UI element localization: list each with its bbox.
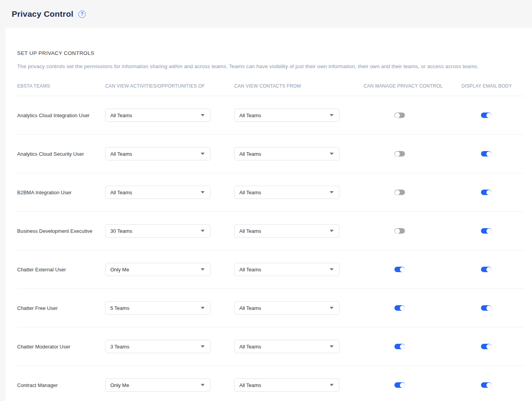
team-name: Analytics Cloud Security User bbox=[17, 151, 105, 157]
view-activities-select[interactable]: 30 Teams bbox=[105, 224, 210, 237]
view-activities-select[interactable]: All Teams bbox=[105, 147, 210, 160]
column-header-can-view-contacts: CAN VIEW CONTACTS FROM bbox=[234, 83, 364, 89]
chevron-down-icon bbox=[201, 153, 205, 155]
view-activities-selected-value: All Teams bbox=[110, 113, 132, 118]
view-contacts-select[interactable]: All Teams bbox=[234, 340, 339, 353]
column-header-display-email-body: DISPLAY EMAIL BODY bbox=[461, 83, 524, 89]
toggle-knob bbox=[395, 229, 400, 234]
view-contacts-select[interactable]: All Teams bbox=[234, 147, 339, 160]
view-activities-selected-value: Only Me bbox=[110, 267, 129, 273]
view-contacts-selected-value: All Teams bbox=[239, 151, 261, 157]
view-contacts-select[interactable]: All Teams bbox=[234, 378, 339, 392]
view-contacts-select[interactable]: All Teams bbox=[234, 263, 339, 276]
table-row: Analytics Cloud Security User All Teams … bbox=[17, 135, 524, 173]
privacy-controls-card: SET UP PRIVACY CONTROLS The privacy cont… bbox=[5, 28, 532, 401]
chevron-down-icon bbox=[330, 345, 334, 348]
display-email-body-toggle[interactable] bbox=[481, 151, 491, 157]
view-activities-selected-value: 30 Teams bbox=[110, 228, 132, 234]
manage-privacy-toggle[interactable] bbox=[394, 190, 405, 195]
table-row: Contract Manager Only Me All Teams bbox=[17, 366, 524, 401]
manage-privacy-toggle[interactable] bbox=[394, 305, 405, 311]
display-email-body-toggle[interactable] bbox=[481, 267, 491, 272]
view-activities-selected-value: All Teams bbox=[110, 151, 132, 157]
chevron-down-icon bbox=[201, 191, 205, 193]
view-activities-selected-value: All Teams bbox=[110, 190, 132, 195]
view-activities-select[interactable]: Only Me bbox=[105, 263, 210, 276]
display-email-body-toggle[interactable] bbox=[481, 305, 491, 311]
table-row: B2BMA Integration User All Teams All Tea… bbox=[17, 173, 524, 212]
toggle-knob bbox=[395, 190, 400, 195]
chevron-down-icon bbox=[201, 384, 205, 386]
view-contacts-selected-value: All Teams bbox=[239, 113, 261, 118]
team-name: Analytics Cloud Integration User bbox=[17, 113, 105, 118]
section-title: SET UP PRIVACY CONTROLS bbox=[17, 50, 524, 56]
chevron-down-icon bbox=[330, 230, 334, 232]
chevron-down-icon bbox=[330, 268, 334, 271]
view-activities-select[interactable]: 5 Teams bbox=[105, 301, 210, 315]
toggle-knob bbox=[486, 267, 491, 272]
view-activities-selected-value: 5 Teams bbox=[110, 305, 129, 311]
view-activities-selected-value: 3 Teams bbox=[110, 344, 129, 350]
view-contacts-select[interactable]: All Teams bbox=[234, 186, 339, 199]
chevron-down-icon bbox=[330, 307, 334, 309]
chevron-down-icon bbox=[330, 114, 334, 116]
toggle-knob bbox=[486, 113, 491, 118]
chevron-down-icon bbox=[201, 230, 205, 232]
display-email-body-toggle[interactable] bbox=[481, 382, 491, 388]
manage-privacy-toggle[interactable] bbox=[394, 267, 405, 272]
view-contacts-selected-value: All Teams bbox=[239, 267, 261, 273]
chevron-down-icon bbox=[201, 268, 205, 271]
chevron-down-icon bbox=[201, 345, 205, 348]
team-name: Business Development Executive bbox=[17, 228, 105, 234]
display-email-body-toggle[interactable] bbox=[481, 228, 491, 234]
table-row: Chatter Free User 5 Teams All Teams bbox=[17, 289, 524, 327]
table-header-row: EBSTA TEAMS CAN VIEW ACTIVITIES/OPPORTUN… bbox=[17, 83, 524, 96]
help-icon[interactable]: ? bbox=[78, 11, 86, 18]
manage-privacy-toggle[interactable] bbox=[394, 113, 405, 118]
column-header-can-view-activities: CAN VIEW ACTIVITIES/OPPORTUNITIES OF bbox=[105, 83, 234, 89]
view-activities-select[interactable]: Only Me bbox=[105, 378, 210, 392]
view-activities-select[interactable]: All Teams bbox=[105, 109, 210, 122]
manage-privacy-toggle[interactable] bbox=[394, 151, 405, 157]
chevron-down-icon bbox=[330, 191, 334, 193]
manage-privacy-toggle[interactable] bbox=[394, 382, 405, 388]
column-header-ebsta-teams: EBSTA TEAMS bbox=[17, 83, 105, 89]
toggle-knob bbox=[486, 383, 491, 388]
toggle-knob bbox=[400, 306, 405, 311]
view-contacts-selected-value: All Teams bbox=[239, 228, 261, 234]
view-contacts-selected-value: All Teams bbox=[239, 190, 261, 195]
toggle-knob bbox=[486, 306, 491, 311]
page-header: Privacy Control ? bbox=[0, 0, 532, 28]
section-description: The privacy controls set the permissions… bbox=[17, 63, 524, 69]
view-contacts-select[interactable]: All Teams bbox=[234, 109, 339, 122]
team-name: B2BMA Integration User bbox=[17, 190, 105, 195]
page-title: Privacy Control bbox=[12, 9, 73, 19]
chevron-down-icon bbox=[201, 307, 205, 309]
toggle-knob bbox=[400, 383, 405, 388]
display-email-body-toggle[interactable] bbox=[481, 344, 491, 349]
manage-privacy-toggle[interactable] bbox=[394, 344, 405, 349]
toggle-knob bbox=[486, 190, 491, 195]
display-email-body-toggle[interactable] bbox=[481, 113, 491, 118]
toggle-knob bbox=[486, 229, 491, 234]
view-activities-select[interactable]: All Teams bbox=[105, 186, 210, 199]
view-activities-selected-value: Only Me bbox=[110, 382, 129, 388]
chevron-down-icon bbox=[330, 384, 334, 386]
team-name: Chatter External User bbox=[17, 267, 105, 273]
view-activities-select[interactable]: 3 Teams bbox=[105, 340, 210, 353]
toggle-knob bbox=[486, 344, 491, 349]
view-contacts-select[interactable]: All Teams bbox=[234, 301, 339, 315]
view-contacts-selected-value: All Teams bbox=[239, 344, 261, 350]
view-contacts-selected-value: All Teams bbox=[239, 382, 261, 388]
column-header-can-manage-privacy: CAN MANAGE PRIVACY CONTROL bbox=[364, 83, 461, 89]
team-name: Chatter Moderator User bbox=[17, 344, 105, 350]
toggle-knob bbox=[395, 113, 400, 118]
toggle-knob bbox=[486, 151, 491, 157]
view-contacts-select[interactable]: All Teams bbox=[234, 224, 339, 237]
chevron-down-icon bbox=[330, 153, 334, 155]
manage-privacy-toggle[interactable] bbox=[394, 228, 405, 234]
toggle-knob bbox=[400, 267, 405, 272]
toggle-knob bbox=[400, 344, 405, 349]
display-email-body-toggle[interactable] bbox=[481, 190, 491, 195]
table-row: Analytics Cloud Integration User All Tea… bbox=[17, 96, 524, 135]
